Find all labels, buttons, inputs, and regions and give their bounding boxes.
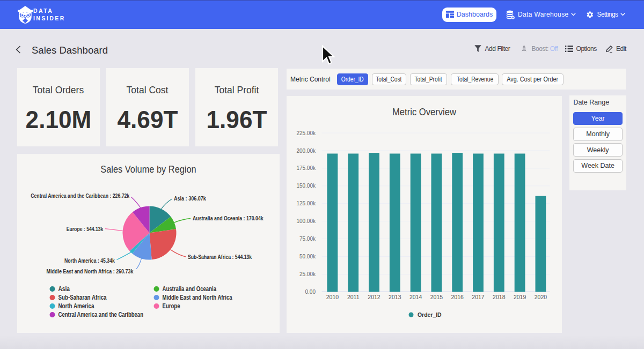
svg-text:200.00k: 200.00k [296, 148, 316, 154]
svg-text:2010: 2010 [326, 294, 339, 300]
svg-text:2018: 2018 [493, 294, 506, 300]
svg-text:North America : 45.34k: North America : 45.34k [64, 257, 114, 264]
svg-text:2014: 2014 [409, 294, 422, 300]
svg-text:Europe: Europe [162, 302, 180, 310]
svg-text:150.00k: 150.00k [296, 183, 316, 189]
svg-text:2013: 2013 [389, 294, 401, 300]
svg-text:175.00k: 175.00k [296, 165, 316, 171]
svg-text:2015: 2015 [430, 294, 443, 300]
svg-text:100.00k: 100.00k [296, 218, 316, 224]
svg-text:2011: 2011 [347, 294, 360, 300]
svg-text:225.00k: 225.00k [296, 130, 316, 136]
svg-text:Asia : 306.07k: Asia : 306.07k [174, 195, 206, 201]
svg-text:Australia and Oceania: Australia and Oceania [162, 285, 216, 293]
svg-text:2016: 2016 [451, 294, 464, 300]
svg-text:Order_ID: Order_ID [418, 311, 442, 318]
svg-text:Sub-Saharan Africa: Sub-Saharan Africa [58, 294, 107, 301]
svg-text:2020: 2020 [535, 294, 547, 300]
svg-text:50.00k: 50.00k [299, 254, 316, 259]
svg-text:Central America and the Caribb: Central America and the Caribbean : 226.… [31, 192, 129, 199]
svg-text:Sub-Saharan Africa : 544.13k: Sub-Saharan Africa : 544.13k [187, 254, 252, 260]
svg-text:2017: 2017 [472, 294, 485, 300]
svg-text:2019: 2019 [514, 294, 526, 300]
svg-text:75.00k: 75.00k [299, 236, 316, 242]
svg-text:Metric Overview: Metric Overview [392, 107, 456, 117]
svg-text:Australia and Oceania : 170.04: Australia and Oceania : 170.04k [193, 215, 264, 221]
svg-text:Middle East and North Africa: Middle East and North Africa [162, 294, 232, 301]
svg-text:Sales Volume by Region: Sales Volume by Region [100, 164, 196, 174]
svg-text:2012: 2012 [368, 294, 380, 300]
svg-text:Central America and the Caribb: Central America and the Caribbean [58, 311, 143, 318]
svg-text:Asia: Asia [58, 285, 70, 293]
svg-text:Europe : 544.13k: Europe : 544.13k [66, 225, 103, 232]
svg-text:125.00k: 125.00k [296, 201, 316, 206]
svg-text:0.00: 0.00 [305, 289, 316, 295]
svg-text:North America: North America [58, 302, 94, 310]
svg-text:Middle East and North Africa :: Middle East and North Africa : 260.73k [46, 268, 133, 274]
svg-text:25.00k: 25.00k [299, 271, 316, 277]
